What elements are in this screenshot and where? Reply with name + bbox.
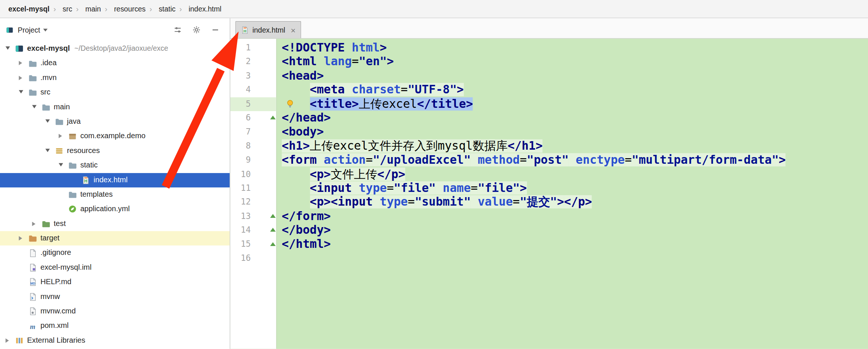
svg-text:m: m	[30, 322, 36, 330]
tree-item--idea[interactable]: .idea	[0, 56, 230, 70]
breadcrumb-separator: ›	[101, 4, 111, 13]
line-number: 3	[230, 69, 276, 83]
project-path-hint: ~/Desktop/java2/jiaoxue/exce	[74, 41, 168, 56]
code-line-11[interactable]: <input type="file" name="file">	[277, 181, 868, 195]
ide-window: excel-mysql›src›main›resources›static›Hi…	[0, 0, 868, 349]
tree-item-label: com.example.demo	[80, 129, 145, 143]
tree-item-help-md[interactable]: MDHELP.md	[0, 275, 230, 289]
line-number: 4	[230, 83, 276, 97]
tree-item-mvnw-cmd[interactable]: mvnw.cmd	[0, 304, 230, 319]
tree-item-com-example-demo[interactable]: com.example.demo	[0, 129, 230, 143]
line-number: 7	[230, 125, 276, 139]
tree-item-static[interactable]: static	[0, 158, 230, 173]
tree-item-index-html[interactable]: Hindex.html	[0, 173, 230, 187]
tree-item-excel-mysql[interactable]: excel-mysql~/Desktop/java2/jiaoxue/exce	[0, 41, 230, 56]
tree-item-templates[interactable]: templates	[0, 187, 230, 202]
code-line-14[interactable]: </body>	[277, 223, 868, 237]
breadcrumb-label: src	[63, 5, 72, 13]
breadcrumb-item-static[interactable]: static	[156, 5, 175, 13]
svg-text:H: H	[243, 29, 246, 33]
tab-index-html[interactable]: H index.html ×	[235, 21, 301, 38]
line-number: 5	[230, 97, 276, 111]
tree-item-external-libraries[interactable]: External Libraries	[0, 333, 230, 348]
code-line-13[interactable]: </form>	[277, 209, 868, 223]
chevron-right-icon[interactable]	[6, 333, 15, 348]
tree-item-target[interactable]: target	[0, 231, 230, 246]
tree-item-java[interactable]: java	[0, 114, 230, 129]
code-line-5[interactable]: <title>上传excel</title>	[277, 97, 868, 111]
chevron-right-icon[interactable]	[19, 56, 28, 70]
tree-item-label: excel-mysql.iml	[40, 260, 92, 275]
line-number: 8	[230, 139, 276, 153]
module-icon	[15, 44, 24, 53]
code-line-4[interactable]: <meta charset="UTF-8">	[277, 83, 868, 97]
code-line-16[interactable]	[277, 252, 868, 266]
code-line-7[interactable]: <body>	[277, 125, 868, 139]
line-number: 11	[230, 181, 276, 195]
gear-icon[interactable]	[192, 26, 201, 34]
chevron-down-icon[interactable]	[6, 41, 15, 56]
chevron-right-icon[interactable]	[19, 231, 28, 246]
fold-marker-icon[interactable]	[270, 214, 276, 217]
hide-panel-icon[interactable]	[211, 26, 220, 34]
code-line-15[interactable]: </html>	[277, 237, 868, 252]
fold-marker-icon[interactable]	[270, 228, 276, 232]
tree-item-excel-mysql-iml[interactable]: excel-mysql.iml	[0, 260, 230, 275]
chevron-down-icon[interactable]	[59, 158, 68, 173]
cmd-icon	[28, 307, 37, 316]
chevron-right-icon[interactable]	[19, 71, 28, 85]
tree-item-label: mvnw	[40, 289, 60, 304]
tree-item-pom-xml[interactable]: mpom.xml	[0, 319, 230, 333]
chevron-down-icon[interactable]	[19, 85, 28, 100]
chevron-right-icon[interactable]	[59, 129, 68, 143]
editor-gutter: 12345678910111213141516	[230, 39, 277, 349]
close-icon[interactable]: ×	[291, 26, 296, 34]
tree-item-label: resources	[67, 144, 100, 158]
breadcrumb-item-main[interactable]: main	[83, 5, 101, 13]
fold-marker-icon[interactable]	[270, 242, 276, 246]
line-number: 15	[230, 237, 276, 252]
code-line-12[interactable]: <p><input type="submit" value="提交"></p>	[277, 195, 868, 209]
breadcrumb-item-excel-mysql[interactable]: excel-mysql	[6, 5, 50, 13]
breadcrumb-item-index-html[interactable]: Hindex.html	[186, 5, 221, 13]
tree-item-test[interactable]: test	[0, 217, 230, 231]
settings-slider-icon[interactable]	[173, 26, 182, 34]
tree-item-application-yml[interactable]: application.yml	[0, 202, 230, 216]
tree-item--mvn[interactable]: .mvn	[0, 71, 230, 85]
chevron-down-icon[interactable]	[45, 144, 55, 158]
tree-item-label: test	[54, 217, 66, 231]
breadcrumb-label: main	[85, 5, 101, 13]
fold-marker-icon[interactable]	[270, 116, 276, 119]
project-panel-title[interactable]: Project	[18, 26, 40, 34]
code-line-2[interactable]: <html lang="en">	[277, 55, 868, 69]
tree-item-resources[interactable]: resources	[0, 144, 230, 158]
tree-item-mvnw[interactable]: mvnw	[0, 289, 230, 304]
code-line-1[interactable]: <!DOCTYPE html>	[277, 41, 868, 55]
tree-item-src[interactable]: src	[0, 85, 230, 100]
md-icon: MD	[28, 278, 37, 287]
intention-bulb-icon[interactable]	[286, 99, 295, 109]
tree-item-label: application.yml	[80, 202, 129, 216]
project-panel-header: Project	[0, 18, 230, 41]
tree-item-main[interactable]: main	[0, 100, 230, 114]
chevron-down-icon[interactable]	[45, 114, 55, 129]
folder-icon	[55, 117, 64, 126]
code-line-8[interactable]: <h1>上传excel文件并存入到mysql数据库</h1>	[277, 139, 868, 153]
tree-item--gitignore[interactable]: .gitignore	[0, 246, 230, 260]
code-line-9[interactable]: <form action="/uploadExcel" method="post…	[277, 153, 868, 167]
breadcrumb-item-resources[interactable]: resources	[111, 5, 146, 13]
tree-item-label: HELP.md	[40, 275, 72, 289]
tree-item-label: src	[40, 85, 50, 100]
chevron-down-icon[interactable]	[32, 100, 42, 114]
code-line-10[interactable]: <p>文件上传</p>	[277, 167, 868, 181]
folder-icon	[42, 103, 50, 112]
code-line-3[interactable]: <head>	[277, 69, 868, 83]
html-file-icon: H	[241, 26, 249, 34]
chevron-right-icon[interactable]	[32, 217, 42, 231]
project-icon	[6, 26, 14, 34]
tree-item-label: target	[40, 231, 60, 246]
code-editor[interactable]: <!DOCTYPE html><html lang="en"><head> <m…	[277, 39, 868, 349]
chevron-down-icon[interactable]	[43, 29, 48, 31]
code-line-6[interactable]: </head>	[277, 111, 868, 125]
breadcrumb-item-src[interactable]: src	[60, 5, 72, 13]
